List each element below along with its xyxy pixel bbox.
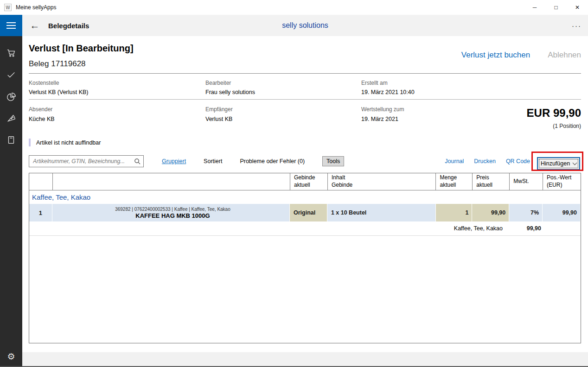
cell-preis[interactable]: 99,90	[472, 204, 509, 221]
toolbar: Gruppiert Sortiert Probleme oder Fehler …	[29, 155, 581, 169]
app-logo-icon: W	[4, 4, 12, 11]
col-header-gebinde: Gebindeaktuell	[290, 173, 327, 190]
title-bar: W Meine sellyApps ─ □ ✕	[0, 0, 588, 15]
qr-code-link[interactable]: QR Code	[506, 158, 530, 165]
add-button[interactable]: Hinzufügen	[537, 157, 580, 170]
group-header[interactable]: Kaffee, Tee, Kakao	[29, 190, 581, 204]
document-number: Beleg 17119628	[29, 59, 86, 69]
hamburger-menu-icon[interactable]	[0, 15, 22, 36]
row-position: 1	[29, 204, 52, 221]
col-header-pos	[29, 173, 52, 190]
app-window: W Meine sellyApps ─ □ ✕ ← Belegdetails s…	[0, 0, 588, 367]
cell-gebinde[interactable]: Original	[290, 204, 327, 221]
divider	[29, 99, 581, 100]
sorted-link[interactable]: Sortiert	[204, 158, 222, 165]
row-article: 369282 | 07622400002533 | Kaffee | Kaffe…	[52, 204, 290, 221]
notice-bar	[29, 139, 31, 146]
cell-mwst: 7%	[509, 204, 543, 221]
tools-button[interactable]: Tools	[322, 156, 344, 166]
document-title: Verlust [In Bearbeitung]	[29, 43, 134, 54]
sidebar-item-cart[interactable]	[0, 42, 22, 63]
cell-poswert: 99,90	[543, 204, 581, 221]
print-link[interactable]: Drucken	[474, 158, 496, 165]
cell-inhalt: 1 x 10 Beutel	[327, 204, 436, 221]
minimize-icon[interactable]: ─	[524, 0, 545, 15]
meta-label-bearbeiter: Bearbeiter	[205, 80, 231, 86]
chevron-down-icon	[573, 160, 577, 165]
main-content: Verlust [In Bearbeitung] Beleg 17119628 …	[22, 36, 588, 352]
sidebar-item-tasks[interactable]	[0, 63, 22, 85]
reject-button[interactable]: Ablehnen	[548, 51, 581, 60]
sidebar-item-promotions[interactable]	[0, 107, 22, 129]
journal-link[interactable]: Journal	[445, 158, 464, 165]
maximize-icon[interactable]: □	[545, 0, 567, 15]
article-meta: 369282 | 07622400002533 | Kaffee | Kaffe…	[115, 207, 230, 212]
table-row[interactable]: 1 369282 | 07622400002533 | Kaffee | Kaf…	[29, 204, 581, 221]
grouped-link[interactable]: Gruppiert	[162, 158, 186, 165]
more-icon[interactable]: ···	[572, 15, 582, 36]
book-loss-button[interactable]: Verlust jetzt buchen	[461, 51, 530, 60]
meta-label-empfaenger: Empfänger	[205, 106, 233, 113]
notice-row: Artikel ist nicht auffindbar	[29, 139, 101, 146]
window-title: Meine sellyApps	[16, 4, 56, 11]
col-header-menge: Mengeaktuell	[435, 173, 472, 190]
summary-label: Kaffee, Tee, Kakao	[29, 225, 506, 232]
cell-menge[interactable]: 1	[436, 204, 473, 221]
toolbar-left-links: Gruppiert Sortiert Probleme oder Fehler …	[162, 155, 344, 167]
pie-chart-icon	[6, 91, 16, 101]
search-box	[29, 155, 144, 167]
col-header-poswert: Pos.-Wert(EUR)	[543, 173, 581, 190]
meta-label-kostenstelle: Kostenstelle	[29, 80, 59, 86]
col-header-mwst: MwSt.	[509, 173, 543, 190]
meta-label-wertstellung: Wertstellung zum	[361, 106, 404, 113]
problems-link[interactable]: Probleme oder Fehler (0)	[240, 158, 305, 165]
meta-label-erstellt-am: Erstellt am	[361, 80, 388, 86]
position-count: (1 Position)	[553, 123, 581, 129]
col-header-preis: Preisaktuell	[472, 173, 509, 190]
article-name: KAFFEE HAG MKB 1000G	[135, 212, 210, 219]
close-icon[interactable]: ✕	[567, 0, 588, 15]
sidebar-item-catalog[interactable]	[0, 129, 22, 151]
sidebar: ⚙	[0, 36, 22, 367]
notice-text: Artikel ist nicht auffindbar	[36, 139, 101, 146]
brand-title: selly solutions	[22, 15, 588, 36]
col-header-inhalt: InhaltGebinde	[327, 173, 436, 190]
meta-value-bearbeiter: Frau selly solutions	[205, 89, 255, 95]
meta-value-absender: Küche KB	[29, 116, 55, 122]
meta-value-empfaenger: Verlust KB	[205, 116, 232, 122]
window-controls: ─ □ ✕	[524, 0, 588, 15]
table-header: Gebindeaktuell InhaltGebinde Mengeaktuel…	[29, 173, 581, 190]
positions-table: Gebindeaktuell InhaltGebinde Mengeaktuel…	[29, 173, 581, 343]
sidebar-item-reports[interactable]	[0, 85, 22, 107]
divider	[29, 73, 581, 74]
meta-value-wertstellung: 19. März 2021	[361, 116, 398, 122]
group-summary-row: Kaffee, Tee, Kakao 99,90	[29, 221, 581, 236]
slice-icon	[6, 113, 16, 123]
cart-icon	[6, 48, 16, 58]
col-header-article	[52, 173, 290, 190]
footer-bar	[22, 352, 588, 366]
settings-gear-icon[interactable]: ⚙	[0, 347, 22, 366]
meta-value-kostenstelle: Verlust KB (Verlust KB)	[29, 89, 89, 95]
check-icon	[6, 70, 16, 80]
summary-value: 99,90	[506, 225, 544, 232]
document-total: EUR 99,90	[527, 107, 581, 120]
book-icon	[6, 135, 16, 145]
meta-label-absender: Absender	[29, 106, 52, 113]
search-input[interactable]	[29, 158, 131, 165]
add-button-label: Hinzufügen	[541, 160, 570, 167]
app-bar: ← Belegdetails selly solutions ···	[0, 15, 588, 36]
search-icon[interactable]	[131, 156, 143, 167]
toolbar-right-links: Journal Drucken QR Code	[445, 155, 530, 167]
meta-value-erstellt-am: 19. März 2021 10:40	[361, 89, 415, 95]
document-actions: Verlust jetzt buchen Ablehnen	[461, 51, 581, 60]
